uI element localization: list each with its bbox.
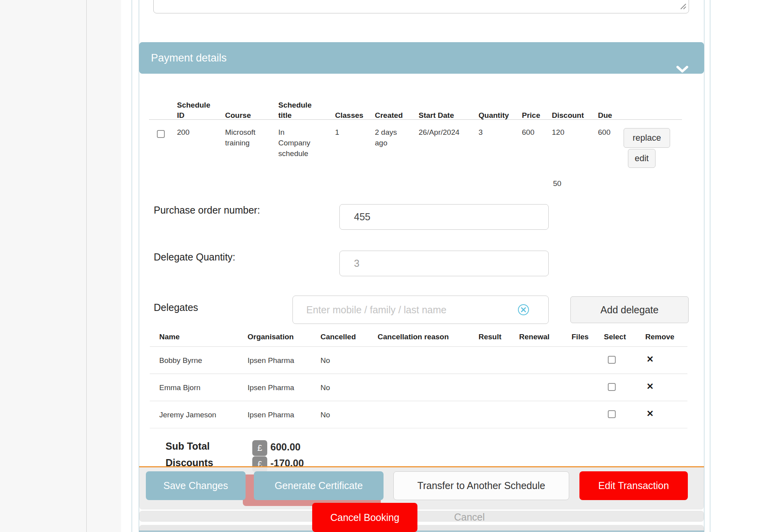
- clear-search-icon[interactable]: [517, 303, 530, 318]
- col-header-created: Created: [375, 90, 414, 121]
- cancel-booking-button[interactable]: Cancel Booking: [312, 503, 417, 532]
- dcol-organisation: Organisation: [248, 332, 294, 342]
- dcol-renewal: Renewal: [519, 332, 549, 342]
- delegate-name: Bobby Byrne: [159, 355, 202, 366]
- delegates-header-divider: [150, 346, 687, 347]
- left-sidebar: [0, 0, 121, 532]
- chevron-down-icon[interactable]: [676, 54, 689, 86]
- cell-due: 600: [598, 127, 622, 138]
- delegate-cancelled: No: [320, 409, 330, 420]
- schedule-row-checkbox[interactable]: [157, 130, 165, 138]
- cell-price: 600: [522, 127, 546, 138]
- col-header-price: Price: [522, 90, 553, 121]
- col-header-due: Due: [598, 90, 622, 121]
- dcol-remove: Remove: [645, 332, 674, 342]
- dcol-result: Result: [479, 332, 501, 342]
- dcol-cancelled: Cancelled: [320, 332, 356, 342]
- edit-transaction-button[interactable]: Edit Transaction: [579, 471, 688, 500]
- dcol-cancellation-reason: Cancellation reason: [378, 332, 449, 342]
- delegate-quantity-label: Delegate Quantity:: [154, 251, 235, 263]
- col-header-discount: Discount: [552, 90, 591, 121]
- delegate-remove-icon[interactable]: ✕: [646, 409, 654, 419]
- delegate-select-checkbox[interactable]: [608, 383, 616, 391]
- col-header-quantity: Quantity: [479, 90, 522, 121]
- extra-discount-value: 50: [553, 178, 577, 189]
- purchase-order-input[interactable]: [339, 204, 549, 230]
- col-header-course: Course: [225, 90, 268, 121]
- cell-created: 2 days ago: [375, 127, 403, 148]
- delegates-heading: Delegates: [154, 302, 198, 313]
- panel-bottom-edge: [139, 530, 704, 532]
- delegate-select-checkbox[interactable]: [608, 410, 616, 418]
- sidebar-divider: [86, 0, 87, 532]
- card-right-border: [704, 0, 704, 532]
- cell-schedule-id: 200: [177, 127, 212, 138]
- delegate-remove-icon[interactable]: ✕: [646, 381, 654, 392]
- generate-certificate-button[interactable]: Generate Certificate: [254, 471, 384, 500]
- row-divider: [150, 401, 687, 401]
- delegate-organisation: Ipsen Pharma: [248, 409, 294, 420]
- dcol-name: Name: [159, 332, 180, 342]
- sub-total-label: Sub Total: [166, 441, 210, 452]
- delegate-quantity-input[interactable]: [339, 251, 549, 276]
- delegate-name: Jeremy Jameson: [159, 409, 216, 420]
- resize-grip-icon[interactable]: [680, 3, 687, 11]
- footer-secondary-bar: [139, 511, 704, 522]
- cell-discount: 120: [552, 127, 575, 138]
- col-header-start-date: Start Date: [419, 90, 470, 121]
- cancel-button[interactable]: Cancel: [454, 512, 485, 523]
- outer-panel-right-border: [710, 0, 710, 532]
- delegate-select-checkbox[interactable]: [608, 356, 616, 364]
- sub-total-value: 600.00: [270, 441, 300, 453]
- cell-course: Microsoft training: [225, 127, 263, 148]
- cell-classes: 1: [335, 127, 359, 138]
- cell-start-date: 26/Apr/2024: [419, 127, 474, 138]
- schedule-header-divider: [149, 119, 682, 120]
- row-divider: [150, 428, 687, 428]
- delegate-search-input[interactable]: [292, 296, 549, 324]
- cell-schedule-title: In Company schedule: [278, 127, 316, 159]
- delegate-organisation: Ipsen Pharma: [248, 355, 294, 366]
- cell-quantity: 3: [479, 127, 502, 138]
- delegate-organisation: Ipsen Pharma: [248, 382, 294, 393]
- col-header-schedule-title: Schedule title: [278, 90, 316, 121]
- replace-button[interactable]: replace: [624, 128, 670, 148]
- notes-textarea[interactable]: [153, 0, 689, 13]
- col-header-schedule-id: Schedule ID: [177, 90, 214, 121]
- transfer-schedule-button[interactable]: Transfer to Another Schedule: [393, 471, 569, 500]
- save-changes-button[interactable]: Save Changes: [146, 471, 246, 500]
- delegate-remove-icon[interactable]: ✕: [646, 354, 654, 365]
- delegate-name: Emma Bjorn: [159, 382, 201, 393]
- dcol-select: Select: [604, 332, 626, 342]
- pound-icon: £: [252, 440, 267, 456]
- col-header-classes: Classes: [335, 90, 374, 121]
- card-left-border: [139, 0, 139, 532]
- dcol-files: Files: [572, 332, 588, 342]
- outer-panel-left-border: [132, 0, 132, 532]
- delegate-cancelled: No: [320, 355, 330, 366]
- payment-details-title: Payment details: [151, 52, 227, 64]
- payment-details-header[interactable]: Payment details: [139, 42, 704, 74]
- row-divider: [150, 374, 687, 374]
- page: Payment details Schedule ID Course Sched…: [0, 0, 771, 532]
- edit-button[interactable]: edit: [628, 149, 656, 168]
- add-delegate-button[interactable]: Add delegate: [570, 296, 689, 323]
- purchase-order-label: Purchase order number:: [154, 205, 260, 216]
- delegate-cancelled: No: [320, 382, 330, 393]
